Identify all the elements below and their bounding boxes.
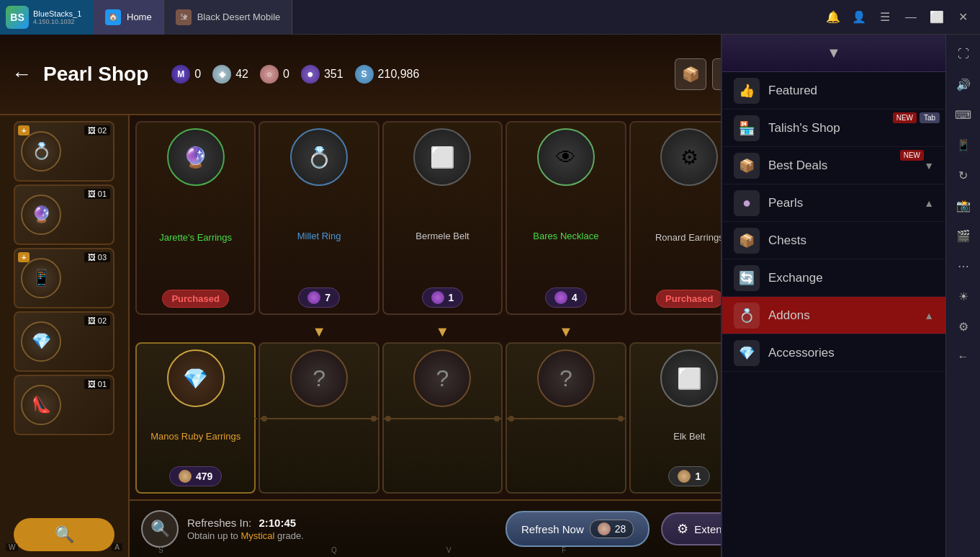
arrow-3: ▼ — [505, 321, 626, 342]
rs-item-pearls[interactable]: ● Pearls ▲ — [722, 184, 945, 222]
inventory-button[interactable]: 📦 — [675, 58, 706, 90]
connector-right-0 — [254, 418, 257, 419]
featured-icon: 👍 — [734, 78, 760, 104]
bs-brightness-btn[interactable]: ☀ — [950, 282, 977, 310]
mystery-img-1: ? — [290, 349, 348, 407]
game-area: ← Pearl Shop M 0 ◈ 42 ○ 0 ● 351 S 210,98… — [0, 35, 755, 557]
rs-item-addons[interactable]: 💍 Addons ▲ — [722, 297, 945, 334]
price-value2-4: 1 — [695, 471, 701, 482]
sidebar-num-4: 🖼 01 — [84, 379, 110, 389]
product-name-4: Ronard Earrings — [655, 232, 724, 244]
sidebar-item-0[interactable]: + 💍 🖼 02 — [14, 121, 114, 182]
sidebar-item-1[interactable]: 🔮 🖼 01 — [14, 184, 114, 245]
key-v: V — [446, 546, 451, 554]
price-icon2-0 — [179, 470, 192, 483]
rs-item-exchange[interactable]: 🔄 Exchange — [722, 259, 945, 297]
mystery-img-2: ? — [413, 349, 471, 407]
product-area: 🔮 Jarette's Earrings Purchased 💍 Millet … — [130, 115, 755, 557]
price-value-1: 7 — [325, 292, 331, 303]
refreshes-in-label: Refreshes In: 2:10:45 — [187, 517, 304, 529]
bluestacks-topbar: BS BlueStacks_1 4.150.10.1032 🏠 Home 🏜 B… — [0, 0, 980, 35]
bluestacks-logo: BS BlueStacks_1 4.150.10.1032 — [0, 0, 94, 35]
bestdeals-icon: 📦 — [734, 153, 760, 179]
game-tab[interactable]: 🏜 Black Desert Mobile — [164, 0, 293, 35]
bs-sound-btn[interactable]: 🔊 — [950, 71, 977, 98]
rs-item-featured[interactable]: 👍 Featured — [722, 72, 945, 110]
product-img-4: ⚙ — [660, 128, 718, 186]
bs-account-btn[interactable]: 👤 — [848, 6, 871, 29]
product-card2-0[interactable]: 💎 Manos Ruby Earrings 479 — [135, 342, 256, 494]
bs-window-controls: 🔔 👤 ☰ — ⬜ ✕ — [822, 6, 980, 29]
rs-dropdown[interactable]: ▼ — [722, 35, 945, 72]
search-circle-icon: 🔍 — [141, 510, 179, 548]
silver-value: 42 — [235, 68, 248, 81]
rs-item-chests[interactable]: 📦 Chests — [722, 222, 945, 259]
timer: 2:10:45 — [259, 517, 296, 529]
sidebar-badge-0: + — [18, 125, 30, 135]
bs-restore-btn[interactable]: ⬜ — [925, 6, 948, 29]
bs-fullscreen-btn[interactable]: ⛶ — [950, 40, 977, 68]
product-img2-0: 💎 — [167, 349, 225, 407]
rs-item-talish[interactable]: 🏪 Talish's Shop NEW Tab — [722, 110, 945, 147]
rs-item-bestdeals[interactable]: 📦 Best Deals NEW ▼ — [722, 147, 945, 184]
pearls-icon: ● — [734, 190, 760, 216]
letter-w: W — [6, 543, 18, 551]
connector-dot-left-1 — [261, 416, 267, 422]
bs-record-btn[interactable]: 🎬 — [950, 222, 977, 249]
product-card2-3[interactable]: ? — [505, 342, 626, 494]
black-icon: ● — [301, 65, 320, 84]
bs-rotate-btn[interactable]: ↻ — [950, 161, 977, 189]
bs-menu-btn[interactable]: ☰ — [873, 6, 896, 29]
bs-minimize-btn[interactable]: — — [899, 6, 922, 29]
bs-mobile-view-btn[interactable]: 📱 — [950, 131, 977, 159]
bs-keyboard-btn[interactable]: ⌨ — [950, 101, 977, 128]
sidebar-item-3[interactable]: 💎 🖼 02 — [14, 311, 114, 372]
pearls-arrow: ▲ — [924, 197, 934, 209]
key-f: F — [562, 546, 566, 554]
sidebar-item-2[interactable]: + 📱 🖼 03 — [14, 248, 114, 308]
back-button[interactable]: ← — [12, 63, 32, 86]
product-card2-1[interactable]: ? — [259, 342, 379, 494]
sidebar-img-3: 💎 — [21, 321, 61, 362]
bs-notification-btn[interactable]: 🔔 — [822, 6, 845, 29]
product-card-1[interactable]: 💍 Millet Ring 7 — [259, 121, 379, 315]
product-card-3[interactable]: 👁 Bares Necklace 4 — [505, 121, 626, 315]
product-img-2: ⬜ — [413, 128, 471, 186]
connector-dot-right-1 — [371, 416, 377, 422]
shop-bottom: 🔍 Refreshes In: 2:10:45 Obtain up to Mys… — [130, 499, 755, 557]
sidebar-item-4[interactable]: 👠 🖼 01 — [14, 375, 114, 435]
product-grid-row1: 🔮 Jarette's Earrings Purchased 💍 Millet … — [130, 115, 755, 321]
bs-back-btn[interactable]: ← — [950, 343, 977, 370]
search-button[interactable]: 🔍 — [14, 518, 114, 551]
mystery-img-3: ? — [537, 349, 595, 407]
connector-dot-right-3 — [618, 416, 624, 422]
product-card-2[interactable]: ⬜ Bermele Belt 1 — [382, 121, 503, 315]
price-value-2: 1 — [449, 292, 454, 303]
product-card-0[interactable]: 🔮 Jarette's Earrings Purchased — [135, 121, 256, 315]
bestdeals-label: Best Deals — [768, 159, 827, 173]
m-value: 0 — [194, 68, 201, 81]
refresh-now-button[interactable]: Refresh Now 28 — [505, 511, 649, 547]
sidebar-img-1: 🔮 — [21, 195, 61, 235]
accessories-label: Accessories — [768, 346, 835, 360]
sidebar-num-1: 🖼 01 — [84, 189, 110, 199]
s-icon: S — [355, 65, 374, 84]
mystical-label: Mystical — [240, 530, 274, 541]
bs-camera-btn[interactable]: 📸 — [950, 192, 977, 219]
addons-icon: 💍 — [734, 303, 760, 329]
pearl-count-value: 28 — [615, 523, 626, 535]
chests-icon: 📦 — [734, 228, 760, 254]
product-name-1: Millet Ring — [297, 231, 341, 243]
connector-line-2 — [384, 418, 501, 419]
bs-more-btn[interactable]: ⋯ — [950, 252, 977, 280]
bs-close-btn[interactable]: ✕ — [951, 6, 974, 29]
product-price2-4: 1 — [668, 466, 710, 486]
silver-icon: ◈ — [212, 65, 231, 84]
grade-text: Obtain up to Mystical grade. — [187, 530, 304, 541]
bs-settings-btn[interactable]: ⚙ — [950, 313, 977, 340]
rs-item-accessories[interactable]: 💎 Accessories — [722, 334, 945, 372]
home-tab[interactable]: 🏠 Home — [94, 0, 164, 35]
product-card2-2[interactable]: ? — [382, 342, 503, 494]
key-q: Q — [331, 546, 337, 554]
arrows-row: ▼ ▼ ▼ — [130, 321, 755, 342]
